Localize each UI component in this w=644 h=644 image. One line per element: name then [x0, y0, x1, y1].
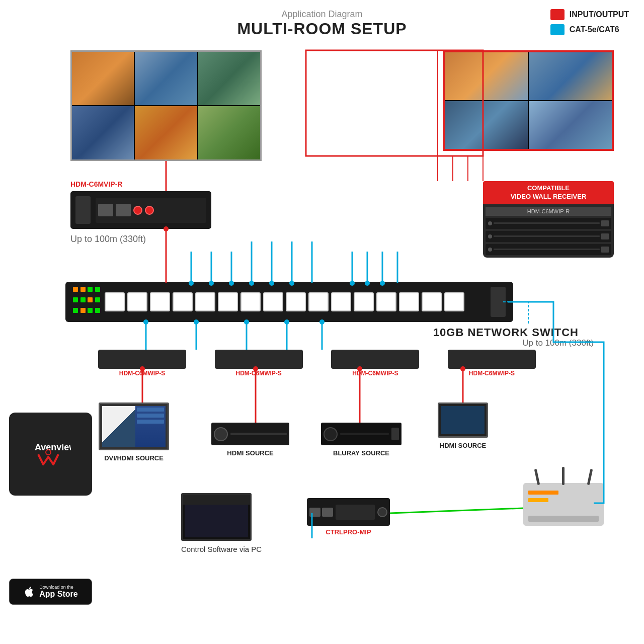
bluray-source-group: BLURAY SOURCE [321, 423, 401, 457]
led-indicator [133, 206, 142, 215]
receiver-device-left [70, 191, 211, 229]
unit-dot [488, 221, 492, 225]
led-3 [88, 287, 93, 292]
router-strip [528, 491, 558, 495]
switch-end [491, 287, 506, 317]
ctrlpro-body [336, 505, 375, 520]
hdmi-device-1 [211, 423, 289, 445]
sender-4: HDM-C6MWIP-S [448, 350, 536, 377]
port-16 [444, 292, 464, 311]
unit-connector [601, 220, 609, 226]
multiview-display [70, 50, 262, 161]
avenview-app-box: Avenview [9, 413, 92, 496]
vw-unit-3 [486, 244, 611, 255]
svg-text:Avenview: Avenview [35, 442, 71, 452]
sender-4-label: HDM-C6MWIP-S [469, 370, 515, 377]
main-title: MULTI-ROOM SETUP [0, 20, 644, 38]
antenna-left [534, 469, 540, 485]
monitor-device [99, 403, 169, 450]
port-5 [195, 292, 215, 311]
bluray-btn [391, 428, 399, 440]
sender-units-row: HDM-C6MWIP-S HDM-C6MWIP-S HDM-C6MWIP-S H… [98, 350, 536, 377]
port-3 [150, 292, 170, 311]
led-6 [80, 297, 86, 302]
port-14 [399, 292, 419, 311]
panel-bar-3 [137, 420, 164, 424]
monitor-right-panel [135, 406, 166, 447]
port-2 [127, 292, 147, 311]
bluray-slot [340, 433, 389, 435]
ctrlpro-knob [377, 507, 387, 517]
receiver-distance-label: Up to 100m (330ft) [70, 234, 146, 245]
panel-bar-2 [137, 414, 164, 418]
vw-receiver-header: COMPATIBLEVIDEO WALL RECEIVER [483, 181, 614, 204]
antenna-right [587, 469, 593, 485]
led-9 [73, 308, 78, 313]
port-2 [116, 204, 131, 216]
unit-dot-2 [488, 234, 492, 238]
video-cell-3 [445, 101, 528, 149]
pc-top-bar [183, 495, 250, 505]
switch-label: 10GB NETWORK SWITCH [433, 326, 579, 339]
led-4 [95, 287, 100, 292]
video-cell-2 [529, 52, 612, 100]
ctrlpro-port-1 [309, 508, 320, 517]
hdmi-screen-2 [441, 406, 485, 434]
sender-2-label: HDM-C6MWIP-S [235, 370, 281, 377]
router-strip-2 [528, 498, 548, 502]
dvi-hdmi-label: DVI/HDMI SOURCE [99, 454, 169, 462]
ctrlpro-port-2 [322, 508, 333, 517]
port-7 [240, 292, 261, 311]
port-13 [376, 292, 396, 311]
sender-device-4 [448, 350, 536, 369]
led-11 [88, 308, 93, 313]
unit-dot-3 [488, 248, 492, 252]
sender-device-1 [98, 350, 186, 369]
pc-screen [185, 505, 248, 537]
video-cell-1 [445, 52, 528, 100]
switch-leds [73, 287, 101, 317]
port-10 [308, 292, 329, 311]
control-pc-group: Control Software via PC [181, 493, 262, 553]
receiver-left-label: HDM-C6MVIP-R [70, 180, 122, 188]
legend-input-output-label: INPUT/OUTPUT [570, 10, 629, 19]
hdmi-source-2-label: HDMI SOURCE [438, 442, 488, 449]
apple-icon [23, 586, 35, 598]
unit-line [494, 222, 600, 224]
legend: INPUT/OUTPUT CAT-5e/CAT6 [550, 9, 629, 35]
vw-unit-1 [486, 218, 611, 229]
receiver-ports [96, 198, 206, 223]
led-2 [80, 287, 86, 292]
led-12 [95, 308, 100, 313]
vw-receiver-body: HDM-C6MWIP-R [483, 204, 614, 258]
network-switch [65, 282, 513, 322]
sender-3: HDM-C6MWIP-S [331, 350, 419, 377]
legend-cat6: CAT-5e/CAT6 [550, 24, 629, 35]
panel-bar-1 [137, 408, 164, 412]
bluray-device [321, 423, 401, 445]
video-wall-display [443, 50, 614, 151]
sender-1-label: HDM-C6MWIP-S [119, 370, 165, 377]
mv-cell-4 [72, 106, 134, 159]
led-5 [73, 297, 78, 302]
vw-unit-2 [486, 231, 611, 242]
appstore-button[interactable]: Download on the App Store [9, 579, 92, 605]
pc-device [181, 493, 252, 541]
avenview-logo-icon: Avenview [31, 439, 71, 469]
distance-right-label: Up to 100m (330ft) [522, 338, 594, 348]
port-6 [218, 292, 238, 311]
mv-cell-1 [72, 52, 134, 105]
legend-cat6-label: CAT-5e/CAT6 [570, 25, 619, 34]
unit-line-2 [494, 235, 600, 237]
unit-connector-3 [601, 247, 609, 253]
port-1 [105, 292, 125, 311]
router-device [523, 483, 604, 526]
led-1 [73, 287, 78, 292]
title-area: Application Diagram MULTI-ROOM SETUP [0, 9, 644, 38]
port-11 [331, 292, 351, 311]
led-indicator-2 [145, 206, 154, 215]
router-group [523, 483, 604, 526]
mv-cell-3 [198, 52, 260, 105]
legend-red-box [550, 9, 565, 20]
control-software-label: Control Software via PC [181, 545, 262, 553]
